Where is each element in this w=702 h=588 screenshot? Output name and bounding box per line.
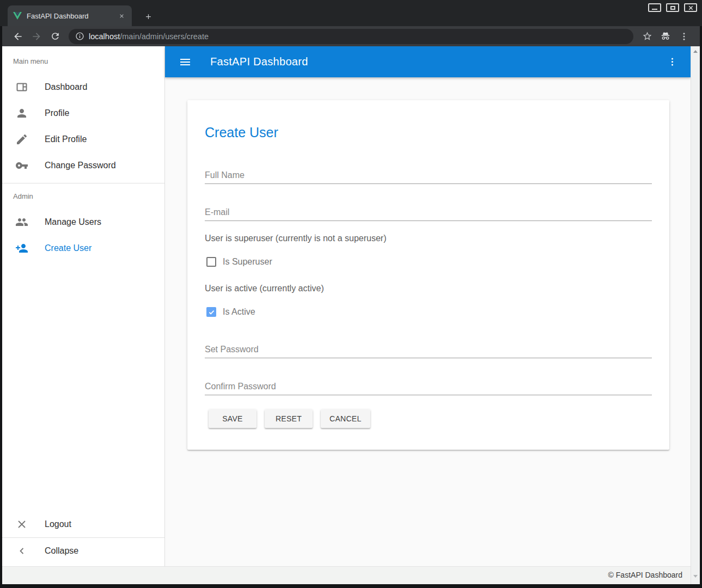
checkbox-unchecked-icon: [206, 257, 216, 267]
dashboard-icon: [15, 81, 28, 94]
key-icon: [15, 159, 28, 172]
scrollbar-down-arrow-icon[interactable]: [693, 575, 698, 578]
browser-tab[interactable]: FastAPI Dashboard: [8, 5, 132, 26]
appbar-kebab-icon[interactable]: [666, 56, 679, 69]
checkbox-checked-icon: [206, 307, 216, 317]
site-info-icon[interactable]: [75, 32, 84, 41]
appbar: FastAPI Dashboard: [165, 46, 691, 77]
url-text: localhost/main/admin/users/create: [89, 32, 209, 41]
sidebar-item-label: Logout: [45, 519, 71, 529]
sidebar-item-change-password[interactable]: Change Password: [2, 152, 164, 179]
checkbox-label: Is Active: [223, 307, 255, 317]
sidebar-item-label: Dashboard: [45, 82, 87, 92]
sidebar-item-manage-users[interactable]: Manage Users: [2, 209, 164, 235]
confirm-password-input[interactable]: [205, 378, 652, 395]
address-bar[interactable]: localhost/main/admin/users/create: [69, 29, 633, 44]
sidebar: Main menu Dashboard Profile Edit Profile…: [2, 46, 165, 566]
active-note: User is active (currently active): [205, 284, 324, 293]
sidebar-item-profile[interactable]: Profile: [2, 100, 164, 126]
url-path: /main/admin/users/create: [120, 32, 209, 41]
close-icon: [688, 5, 694, 11]
full-name-input[interactable]: [205, 167, 652, 184]
browser-titlebar: FastAPI Dashboard: [0, 0, 702, 26]
appbar-title: FastAPI Dashboard: [210, 56, 308, 68]
person-add-icon: [15, 242, 28, 255]
sidebar-item-label: Edit Profile: [45, 134, 87, 144]
close-icon: [15, 518, 28, 531]
hamburger-menu-icon[interactable]: [179, 56, 192, 69]
pencil-icon: [15, 133, 28, 146]
tab-title: FastAPI Dashboard: [27, 12, 117, 20]
window-maximize-button[interactable]: [666, 3, 679, 12]
bookmark-star-icon[interactable]: [640, 29, 654, 44]
vue-favicon-icon: [13, 12, 22, 20]
back-button[interactable]: [11, 29, 25, 44]
sidebar-item-create-user[interactable]: Create User: [2, 235, 164, 261]
sidebar-item-collapse[interactable]: Collapse: [2, 538, 164, 564]
sidebar-item-label: Create User: [45, 243, 91, 253]
incognito-icon: [658, 29, 673, 44]
cancel-button[interactable]: CANCEL: [321, 409, 370, 428]
forward-button[interactable]: [29, 29, 44, 44]
main-content: Create User User is superuser (currently…: [165, 77, 691, 566]
tab-close-icon[interactable]: [117, 11, 126, 21]
group-icon: [15, 216, 28, 229]
maximize-icon: [670, 6, 675, 10]
sidebar-item-label: Collapse: [45, 546, 78, 556]
checkbox-label: Is Superuser: [223, 257, 272, 267]
scrollbar-up-arrow-icon[interactable]: [693, 50, 698, 53]
sidebar-caption-admin: Admin: [2, 183, 164, 209]
create-user-card: Create User User is superuser (currently…: [187, 100, 669, 450]
is-superuser-checkbox[interactable]: Is Superuser: [206, 257, 272, 267]
new-tab-icon[interactable]: [141, 9, 156, 24]
window-minimize-button[interactable]: [648, 3, 661, 12]
minimize-icon: [652, 9, 657, 10]
window-close-button[interactable]: [684, 3, 697, 12]
window-controls: [648, 3, 697, 12]
sidebar-item-label: Profile: [45, 108, 69, 118]
browser-menu-kebab-icon[interactable]: [677, 29, 691, 44]
set-password-input[interactable]: [205, 341, 652, 358]
is-active-checkbox[interactable]: Is Active: [206, 307, 255, 317]
sidebar-item-label: Change Password: [45, 161, 116, 170]
page-footer: © FastAPI Dashboard: [2, 566, 700, 584]
email-input[interactable]: [205, 204, 652, 221]
reset-button[interactable]: RESET: [265, 409, 313, 428]
url-host: localhost: [89, 32, 120, 41]
browser-toolbar: localhost/main/admin/users/create: [2, 26, 700, 46]
sidebar-item-edit-profile[interactable]: Edit Profile: [2, 126, 164, 152]
sidebar-item-label: Manage Users: [45, 217, 101, 227]
page-title: Create User: [205, 124, 278, 140]
superuser-note: User is superuser (currently is not a su…: [205, 234, 386, 243]
form-buttons: SAVE RESET CANCEL: [209, 409, 370, 428]
sidebar-bottom: Logout Collapse: [2, 511, 164, 564]
sidebar-caption-main-menu: Main menu: [2, 46, 164, 74]
copyright-text: © FastAPI Dashboard: [608, 571, 682, 579]
chevron-left-icon: [15, 544, 28, 558]
save-button[interactable]: SAVE: [209, 409, 257, 428]
person-icon: [15, 107, 28, 120]
vertical-scrollbar[interactable]: [691, 46, 700, 584]
sidebar-item-logout[interactable]: Logout: [2, 511, 164, 537]
reload-button[interactable]: [48, 29, 62, 44]
sidebar-item-dashboard[interactable]: Dashboard: [2, 74, 164, 100]
